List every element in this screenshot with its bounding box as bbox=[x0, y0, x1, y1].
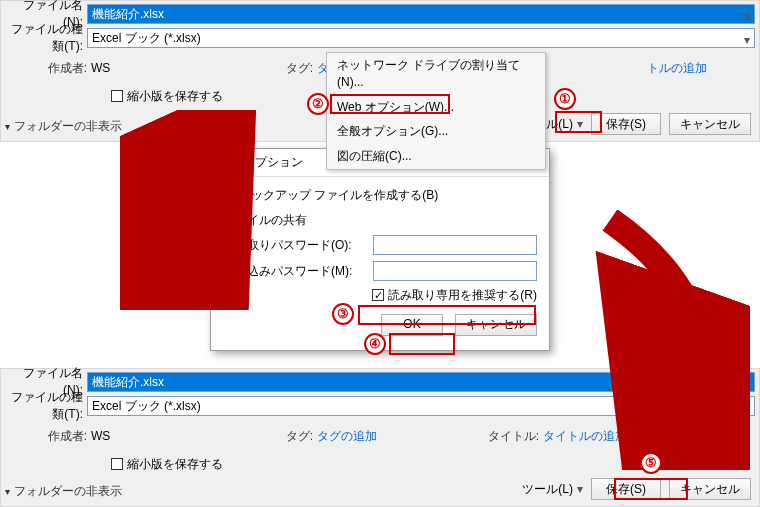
checkbox-checked-icon bbox=[372, 289, 384, 301]
callout-number-5: ⑤ bbox=[640, 452, 662, 474]
folders-toggle-label: フォルダーの非表示 bbox=[14, 118, 122, 135]
save-button[interactable]: 保存(S) bbox=[591, 113, 661, 135]
menu-item-network[interactable]: ネットワーク ドライブの割り当て(N)... bbox=[327, 53, 545, 95]
readonly-recommend-checkbox[interactable]: 読み取り専用を推奨する(R) bbox=[372, 287, 537, 304]
ok-button[interactable]: OK bbox=[381, 314, 443, 336]
checkbox-icon bbox=[111, 90, 123, 102]
callout-number-2: ② bbox=[307, 93, 329, 115]
checkbox-icon bbox=[111, 458, 123, 470]
filetype-label: ファイルの種類(T): bbox=[5, 21, 87, 55]
tools-label: ツール(L) bbox=[522, 481, 573, 498]
filename-input[interactable]: 機能紹介.xlsx ▾ bbox=[87, 4, 755, 24]
tag-value[interactable]: タグの追加 bbox=[313, 428, 483, 445]
chevron-down-icon: ▾ bbox=[5, 120, 10, 134]
chevron-down-icon[interactable]: ▾ bbox=[744, 376, 750, 393]
thumbnail-checkbox-label: 縮小版を保存する bbox=[127, 88, 223, 105]
backup-checkbox[interactable]: バックアップ ファイルを作成する(B) bbox=[223, 187, 438, 204]
cancel-button[interactable]: キャンセル bbox=[669, 113, 751, 135]
folders-toggle[interactable]: ▾ フォルダーの非表示 bbox=[5, 118, 122, 135]
cancel-button[interactable]: キャンセル bbox=[669, 478, 751, 500]
filetype-select[interactable]: Excel ブック (*.xlsx) ▾ bbox=[87, 396, 755, 416]
button-bar: ツール(L) ▾ 保存(S) キャンセル bbox=[522, 113, 751, 135]
chevron-down-icon[interactable]: ▾ bbox=[744, 8, 750, 25]
menu-item-weboptions[interactable]: Web オプション(W)... bbox=[327, 95, 545, 120]
save-button[interactable]: 保存(S) bbox=[591, 478, 661, 500]
callout-number-4: ④ bbox=[364, 333, 386, 355]
author-value[interactable]: WS bbox=[87, 428, 257, 445]
thumbnail-checkbox-label: 縮小版を保存する bbox=[127, 456, 223, 473]
button-bar: ツール(L) ▾ 保存(S) キャンセル bbox=[522, 478, 751, 500]
thumbnail-checkbox[interactable]: 縮小版を保存する bbox=[111, 88, 223, 105]
author-label: 作成者: bbox=[5, 60, 87, 77]
chevron-down-icon[interactable]: ▾ bbox=[744, 32, 750, 49]
filename-value: 機能紹介.xlsx bbox=[92, 6, 164, 23]
chevron-down-icon: ▾ bbox=[577, 116, 583, 133]
file-sharing-label: ファイルの共有 bbox=[223, 212, 537, 229]
folders-toggle[interactable]: ▾ フォルダーの非表示 bbox=[5, 483, 122, 500]
filetype-value: Excel ブック (*.xlsx) bbox=[92, 398, 201, 415]
menu-item-picturecompress[interactable]: 図の圧縮(C)... bbox=[327, 144, 545, 169]
save-dialog-bottom: ファイル名(N): 機能紹介.xlsx ▾ ファイルの種類(T): Excel … bbox=[0, 368, 760, 507]
filename-input[interactable]: 機能紹介.xlsx ▾ bbox=[87, 372, 755, 392]
general-options-dialog: 全般オプション ? ✕ バックアップ ファイルを作成する(B) ファイルの共有 … bbox=[210, 148, 550, 351]
chevron-down-icon: ▾ bbox=[577, 481, 583, 498]
tools-dropdown[interactable]: ツール(L) ▾ bbox=[522, 481, 583, 498]
chevron-down-icon: ▾ bbox=[5, 485, 10, 499]
dialog-cancel-button[interactable]: キャンセル bbox=[455, 314, 537, 336]
write-password-input[interactable] bbox=[373, 261, 537, 281]
thumbnail-checkbox[interactable]: 縮小版を保存する bbox=[111, 456, 223, 473]
chevron-down-icon[interactable]: ▾ bbox=[744, 400, 750, 417]
author-value[interactable]: WS bbox=[87, 60, 257, 77]
write-password-label: 書き込みパスワード(M): bbox=[223, 263, 373, 280]
callout-number-1: ① bbox=[554, 88, 576, 110]
folders-toggle-label: フォルダーの非表示 bbox=[14, 483, 122, 500]
title-value[interactable]: トルの追加 bbox=[643, 60, 707, 77]
author-label: 作成者: bbox=[5, 428, 87, 445]
tag-label: タグ: bbox=[257, 428, 313, 445]
title-value[interactable]: タイトルの追加 bbox=[539, 428, 627, 445]
backup-checkbox-label: バックアップ ファイルを作成する(B) bbox=[239, 187, 438, 204]
checkbox-icon bbox=[223, 189, 235, 201]
menu-item-generaloptions[interactable]: 全般オプション(G)... bbox=[327, 119, 545, 144]
read-password-input[interactable] bbox=[373, 235, 537, 255]
filetype-value: Excel ブック (*.xlsx) bbox=[92, 30, 201, 47]
filetype-select[interactable]: Excel ブック (*.xlsx) ▾ bbox=[87, 28, 755, 48]
dialog-title: 全般オプション bbox=[219, 154, 303, 171]
readonly-recommend-label: 読み取り専用を推奨する(R) bbox=[388, 287, 537, 304]
tools-menu: ネットワーク ドライブの割り当て(N)... Web オプション(W)... 全… bbox=[326, 52, 546, 170]
title-label: タイトル: bbox=[483, 428, 539, 445]
read-password-label: 読み取りパスワード(O): bbox=[223, 237, 373, 254]
callout-number-3: ③ bbox=[332, 303, 354, 325]
filetype-label: ファイルの種類(T): bbox=[5, 389, 87, 423]
tag-label: タグ: bbox=[257, 60, 313, 77]
filename-value: 機能紹介.xlsx bbox=[92, 374, 164, 391]
